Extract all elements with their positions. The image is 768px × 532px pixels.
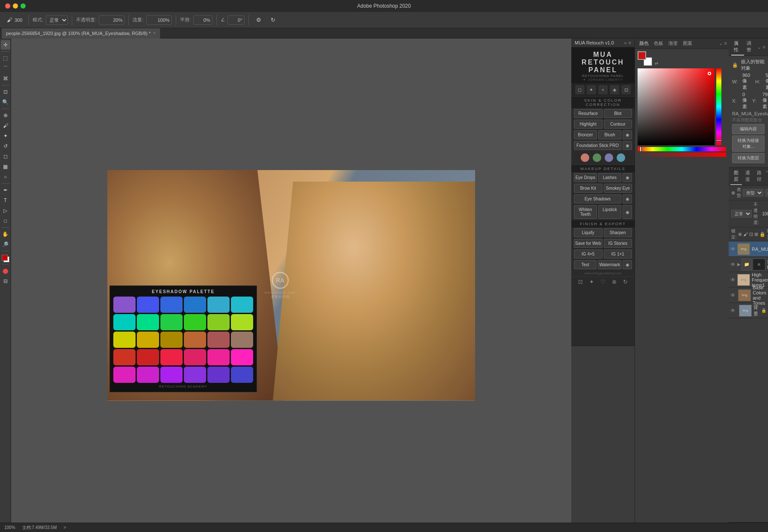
hue-bar[interactable] (638, 147, 726, 151)
swatch-1-2[interactable] (137, 297, 159, 313)
layer-vis-3[interactable]: 👁 (730, 277, 736, 283)
document-tab[interactable]: people-2566854_1920.jpg @ 100% (RA_MUA_E… (2, 28, 160, 38)
smoothing-input[interactable] (193, 15, 213, 25)
props-menu-icon[interactable]: ≡ (763, 44, 765, 50)
swatch-4-4[interactable] (184, 349, 206, 365)
settings-btn[interactable]: ⚙ (253, 15, 265, 25)
swap-colors-icon[interactable]: ⇄ (655, 61, 658, 66)
lock-all-icon[interactable]: 🔒 (759, 232, 765, 237)
color-circle-1[interactable] (581, 153, 589, 162)
layer-item-smokey-eye[interactable]: 👁 ▶ 📁 ▣ Smokey Eye (729, 257, 768, 272)
layer-vis-2[interactable]: 👁 (730, 262, 736, 267)
swatch-3-5[interactable] (207, 332, 230, 348)
contour-btn[interactable]: Contour (604, 120, 632, 129)
swatch-4-1[interactable] (113, 349, 136, 365)
mua-icon-3[interactable]: + (598, 85, 608, 94)
lashes-icon-btn[interactable]: ◉ (623, 173, 632, 182)
mua-bottom-icon-5[interactable]: ↻ (623, 279, 628, 285)
edit-content-btn[interactable]: 编辑内容 (732, 124, 765, 134)
layer-item-ra-mua[interactable]: 👁 img RA_MUA_Eyeshadow (729, 241, 768, 257)
swatch-5-4[interactable] (184, 367, 206, 383)
watermark-icon-btn[interactable]: ◉ (623, 260, 632, 269)
path-select-tool[interactable]: ▷ (1, 206, 10, 215)
color-circle-4[interactable] (617, 153, 625, 162)
color-panel-menu-icon[interactable]: ≡ (724, 41, 727, 46)
tab-color[interactable]: 颜色 (637, 38, 651, 48)
color-circle-3[interactable] (605, 153, 613, 162)
status-arrow[interactable]: > (64, 525, 66, 530)
opacity-input[interactable] (99, 15, 124, 25)
minimize-button[interactable] (13, 3, 18, 9)
close-button[interactable] (5, 3, 10, 9)
mua-expand-icon[interactable]: » (624, 40, 626, 45)
smokey-eye-btn[interactable]: Smokey Eye (604, 184, 632, 193)
eye-shadows-icon-btn[interactable]: ◉ (623, 194, 632, 203)
bronzer-btn[interactable]: Bronzer (574, 130, 597, 139)
blush-icon-btn[interactable]: ◉ (623, 130, 632, 139)
foreground-color-swatch[interactable] (2, 255, 8, 261)
mua-icon-4[interactable]: ◈ (610, 85, 619, 94)
alpha-bar[interactable] (638, 153, 726, 157)
tool-options[interactable]: 🖌 300 (3, 15, 24, 25)
blush-btn[interactable]: Blush (598, 130, 621, 139)
stamp-tool[interactable]: ✦ (1, 131, 10, 141)
swatch-5-2[interactable] (137, 367, 159, 383)
convert-link-btn[interactable]: 转换为链接对象... (732, 135, 765, 152)
tab-pattern[interactable]: 图案 (680, 38, 695, 48)
lipstick-icon-btn[interactable]: ◉ (623, 205, 632, 219)
shape-tool[interactable]: □ (1, 216, 10, 226)
mua-icon-2[interactable]: ✦ (587, 85, 596, 94)
eraser-tool[interactable]: ◻ (1, 152, 10, 161)
angle-input[interactable] (227, 15, 245, 25)
eyedropper-tool[interactable]: 🔍 (1, 97, 10, 107)
history-brush-tool[interactable]: ↺ (1, 141, 10, 151)
whiten-teeth-btn[interactable]: Whiten Teeth (574, 205, 597, 219)
lock-transform-icon[interactable]: ⊡ (749, 232, 753, 237)
mua-icon-1[interactable]: ◻ (575, 85, 585, 94)
foundation-btn[interactable]: Foundation Stick PRO (574, 141, 621, 150)
swatch-1-5[interactable] (207, 297, 230, 313)
swatch-3-2[interactable] (137, 332, 159, 348)
layer-vis-5[interactable]: 👁 (730, 308, 737, 314)
magic-wand-tool[interactable]: ⌘ (1, 74, 10, 83)
brow-kit-btn[interactable]: Brow Kit (574, 184, 603, 193)
save-for-web-btn[interactable]: Save for Web (574, 239, 603, 248)
flow-input[interactable] (146, 15, 172, 25)
marquee-tool[interactable]: ⬚ (1, 53, 10, 63)
swatch-5-6[interactable] (231, 367, 253, 383)
layer-item-base-colors[interactable]: 👁 img Base Colors and Tones (729, 288, 768, 303)
swatch-3-6[interactable] (231, 332, 253, 348)
text-btn[interactable]: Text (574, 260, 597, 269)
mua-bottom-icon-3[interactable]: ♡ (600, 279, 606, 285)
hue-strip[interactable] (716, 68, 721, 145)
ig-1x1-btn[interactable]: IG 1×1 (604, 250, 632, 259)
swatch-4-6[interactable] (231, 349, 253, 365)
lock-artboard-icon[interactable]: ⊞ (754, 232, 758, 237)
highlight-btn[interactable]: Highlight (574, 120, 603, 129)
swatch-2-1[interactable] (113, 314, 136, 330)
layer-vis-1[interactable]: 👁 (730, 246, 736, 252)
swatch-1-6[interactable] (231, 297, 253, 313)
swatch-2-6[interactable] (231, 314, 253, 330)
resurface-btn[interactable]: Resurface (574, 109, 603, 118)
tab-properties[interactable]: 属性 (731, 38, 744, 56)
fg-color-swatch[interactable] (638, 51, 646, 60)
eye-shadows-btn[interactable]: Eye Shadows (574, 194, 621, 203)
swatch-1-1[interactable] (113, 297, 136, 313)
swatch-4-5[interactable] (207, 349, 230, 365)
blot-btn[interactable]: Blot (604, 109, 632, 118)
color-panel-collapse-icon[interactable]: ⌄ (719, 41, 723, 46)
props-collapse-icon[interactable]: ⌄ (757, 44, 761, 50)
lock-pos-icon[interactable]: ⊕ (738, 232, 742, 237)
swatch-4-2[interactable] (137, 349, 159, 365)
color-gradient-wrapper[interactable] (638, 68, 721, 145)
mua-menu-icon[interactable]: ≡ (629, 40, 631, 45)
swatch-1-3[interactable] (160, 297, 183, 313)
liquify-btn[interactable]: Liquify (574, 228, 603, 237)
swatch-3-4[interactable] (184, 332, 206, 348)
swatch-3-3[interactable] (160, 332, 183, 348)
angle-btn[interactable]: ↻ (267, 15, 279, 25)
layers-collapse-icon[interactable]: ⌄ (765, 168, 768, 185)
swatch-3-1[interactable] (113, 332, 136, 348)
hand-tool[interactable]: ✋ (1, 229, 10, 239)
